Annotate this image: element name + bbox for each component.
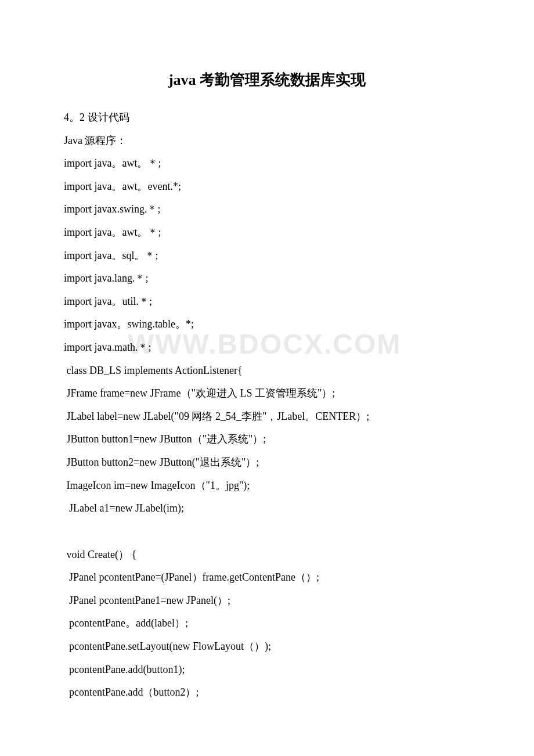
- code-line: import java.math.＊;: [64, 336, 470, 359]
- code-line: JLabel a1=new JLabel(im);: [64, 497, 470, 520]
- code-line: import java。util.＊;: [64, 290, 470, 314]
- code-line: import java。awt。＊;: [64, 152, 470, 175]
- code-line: pcontentPane.add（button2）;: [64, 681, 470, 704]
- document-title: java 考勤管理系统数据库实现: [64, 70, 470, 90]
- code-line: import java。awt。event.*;: [64, 175, 470, 199]
- code-line: Java 源程序：: [64, 129, 470, 153]
- code-line: pcontentPane.add(button1);: [64, 658, 470, 682]
- code-line: import java。sql。＊;: [64, 244, 470, 268]
- code-line: JPanel pcontentPane=(JPanel）frame.getCon…: [64, 566, 470, 589]
- code-line: import javax。swing.table。*;: [64, 313, 470, 336]
- code-line: JPanel pcontentPane1=new JPanel(）;: [64, 589, 470, 613]
- code-line: JLabel label=new JLabel("09 网络 2_54_李胜"，…: [64, 405, 470, 429]
- code-line: ImageIcon im=new ImageIcon（"1。jpg");: [64, 474, 470, 498]
- code-line: void Create(） {: [64, 543, 470, 567]
- code-line: import java。awt。＊;: [64, 221, 470, 244]
- code-line: JButton button1=new JButton（"进入系统"）;: [64, 428, 470, 451]
- code-line: import java.lang.＊;: [64, 267, 470, 290]
- code-line: import javax.swing.＊;: [64, 198, 470, 221]
- code-line: class DB_LS implements ActionListener{: [64, 359, 470, 383]
- blank-line: [64, 520, 470, 543]
- document-content: java 考勤管理系统数据库实现 4。2 设计代码 Java 源程序： impo…: [64, 70, 470, 704]
- code-line: pcontentPane。add(label）;: [64, 612, 470, 635]
- code-line: JFrame frame=new JFrame（"欢迎进入 LS 工资管理系统"…: [64, 382, 470, 405]
- code-line: JButton button2=new JButton("退出系统"）;: [64, 451, 470, 474]
- code-line: 4。2 设计代码: [64, 106, 470, 129]
- code-line: pcontentPane.setLayout(new FlowLayout（）)…: [64, 635, 470, 658]
